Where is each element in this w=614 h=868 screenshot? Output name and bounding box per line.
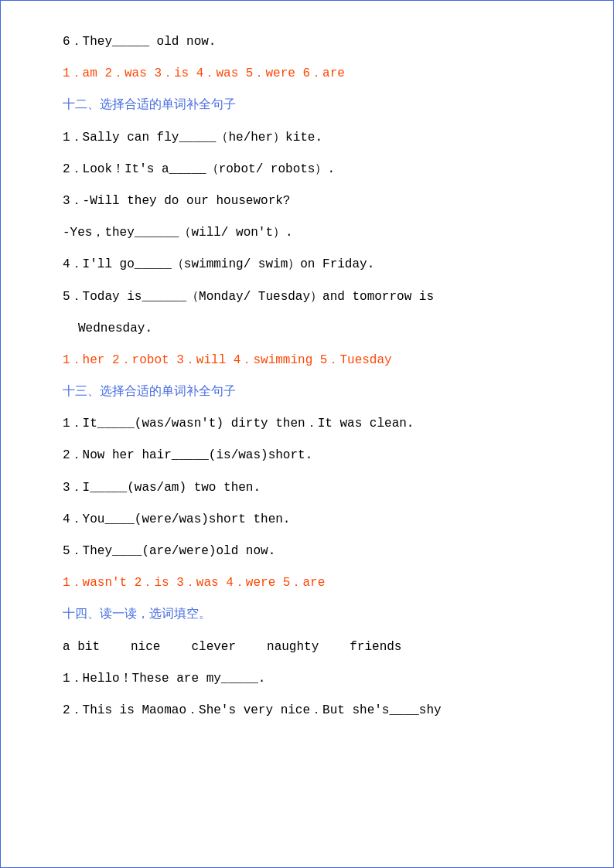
word-2: nice — [131, 637, 160, 658]
word-4: naughty — [267, 637, 319, 658]
word-3: clever — [191, 637, 236, 658]
question-6: 6．They_____ old now. — [63, 32, 551, 53]
answer-section12: 1．her 2．robot 3．will 4．swimming 5．Tuesda… — [63, 350, 551, 371]
word-bank: a bit nice clever naughty friends — [63, 637, 551, 658]
answer-section13: 1．wasn't 2．is 3．was 4．were 5．are — [63, 573, 551, 594]
question-12-4: 4．I'll go_____（swimming/ swim）on Friday. — [63, 254, 551, 275]
question-12-3b: -Yes，they______（will/ won't）. — [63, 223, 551, 243]
section-12-title: 十二、选择合适的单词补全句子 — [63, 95, 551, 116]
word-1: a bit — [63, 637, 100, 658]
question-12-5b: Wednesday. — [78, 318, 551, 339]
question-12-3a: 3．-Will they do our housework? — [63, 191, 551, 212]
question-14-2a: 2．This is Maomao．She's very nice．But she… — [63, 700, 551, 721]
answer-section11: 1．am 2．was 3．is 4．was 5．were 6．are — [63, 63, 551, 84]
question-13-2: 2．Now her hair_____(is/was)short. — [63, 445, 551, 466]
question-13-3: 3．I_____(was/am) two then. — [63, 478, 551, 499]
question-12-1: 1．Sally can fly_____（he/her）kite. — [63, 128, 551, 148]
question-13-5: 5．They____(are/were)old now. — [63, 541, 551, 562]
word-5: friends — [350, 637, 401, 658]
question-14-1: 1．Hello！These are my_____. — [63, 669, 551, 689]
question-12-5a: 5．Today is______（Monday/ Tuesday）and tom… — [63, 287, 551, 308]
question-12-2: 2．Look！It's a_____（robot/ robots）. — [63, 159, 551, 180]
question-13-1: 1．It_____(was/wasn't) dirty then．It was … — [63, 414, 551, 434]
section-13-title: 十三、选择合适的单词补全句子 — [63, 382, 551, 403]
section-14-title: 十四、读一读，选词填空。 — [63, 604, 551, 625]
question-13-4: 4．You____(were/was)short then. — [63, 509, 551, 530]
